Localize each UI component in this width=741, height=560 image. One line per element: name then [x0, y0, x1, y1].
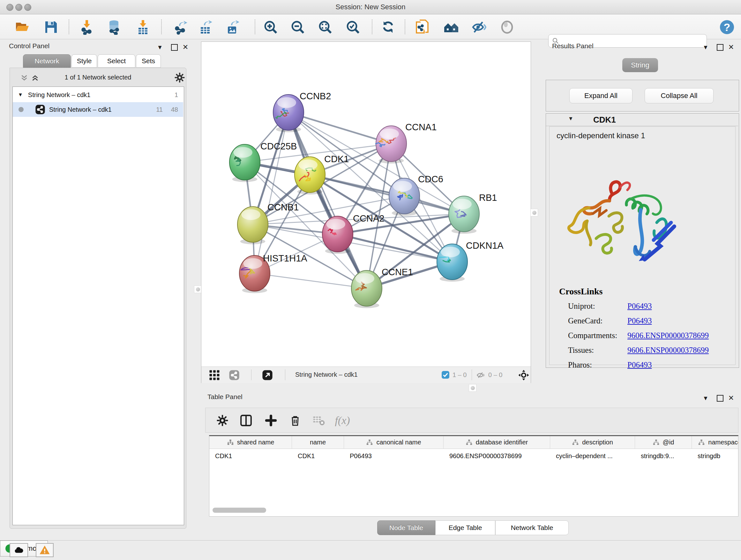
- node-table[interactable]: shared name name canonical name database…: [209, 435, 738, 516]
- control-panel-menu-icon[interactable]: ▾: [155, 44, 165, 51]
- selected-count: 1 – 0: [453, 371, 467, 379]
- column-header-canonical-name[interactable]: canonical name: [344, 436, 444, 449]
- tab-network-table[interactable]: Network Table: [495, 520, 569, 535]
- tab-select[interactable]: Select: [98, 54, 135, 68]
- collection-expand-icon[interactable]: ▼: [18, 92, 23, 98]
- network-node-CCNA1[interactable]: [375, 126, 407, 164]
- network-options-gear-icon[interactable]: [175, 72, 185, 83]
- import-network-from-database-button[interactable]: [106, 19, 122, 36]
- network-node-CDC25B[interactable]: [229, 144, 260, 182]
- footer-separator: [251, 369, 252, 380]
- tab-string-results[interactable]: String: [622, 58, 658, 72]
- gene-header-row[interactable]: ▼ CDK1: [546, 114, 738, 126]
- column-header-shared-name[interactable]: shared name: [209, 436, 292, 449]
- table-panel-close-icon[interactable]: ✕: [726, 394, 736, 402]
- table-cell[interactable]: 9606.ENSP00000378699: [444, 449, 550, 463]
- results-panel-close-icon[interactable]: ✕: [726, 44, 736, 51]
- hidden-eye-icon[interactable]: [476, 371, 485, 380]
- gene-description: cyclin-dependent kinase 1: [556, 131, 645, 140]
- selected-checkbox-icon[interactable]: [441, 371, 450, 379]
- table-panel-menu-icon[interactable]: ▾: [701, 394, 711, 402]
- table-cell[interactable]: stringdb: [692, 449, 738, 463]
- warnings-button[interactable]: [36, 543, 54, 557]
- results-panel-menu-icon[interactable]: ▾: [701, 44, 711, 51]
- network-node-CDK1[interactable]: [294, 157, 325, 194]
- import-network-from-file-button[interactable]: [78, 19, 95, 36]
- string-view-icon[interactable]: [229, 370, 240, 381]
- refresh-button[interactable]: [380, 19, 396, 36]
- bottom-divider-handle[interactable]: [469, 384, 476, 392]
- title-bar: Session: New Session: [0, 0, 741, 14]
- tab-node-table[interactable]: Node Table: [377, 520, 435, 535]
- help-icon: ?: [719, 19, 735, 35]
- tab-edge-table[interactable]: Edge Table: [435, 520, 495, 535]
- network-node-RB1[interactable]: [449, 196, 479, 234]
- network-node-CCNB2[interactable]: [273, 95, 304, 132]
- show-columns-icon[interactable]: [238, 413, 254, 428]
- network-row-selected[interactable]: String Network – cdk1 11 48: [13, 102, 183, 117]
- save-session-button[interactable]: [43, 19, 59, 36]
- export-network-button[interactable]: [172, 19, 189, 36]
- crosslink-link[interactable]: P06493: [627, 316, 652, 325]
- toolbar-separator: [255, 19, 255, 34]
- network-node-CCNE1[interactable]: [351, 270, 382, 308]
- table-cell[interactable]: CDK1: [209, 449, 292, 463]
- new-network-from-selection-button[interactable]: [414, 19, 430, 36]
- zoom-fit-button[interactable]: [317, 19, 333, 36]
- table-cell[interactable]: P06493: [344, 449, 444, 463]
- table-options-gear-icon[interactable]: [214, 413, 230, 428]
- crosslink-link[interactable]: P06493: [627, 361, 652, 369]
- results-panel-float-icon[interactable]: [717, 44, 724, 52]
- network-collection-row[interactable]: ▼ String Network – cdk1 1: [13, 87, 183, 102]
- control-panel-close-icon[interactable]: ✕: [181, 44, 190, 51]
- cloud-icon: [13, 545, 24, 556]
- crosslink-link[interactable]: P06493: [627, 302, 652, 311]
- show-graphics-details-button[interactable]: [499, 19, 515, 36]
- first-neighbors-button[interactable]: [443, 19, 460, 36]
- column-header-description[interactable]: description: [550, 436, 635, 449]
- open-session-button[interactable]: [14, 19, 30, 36]
- delete-column-icon[interactable]: [287, 413, 303, 428]
- tab-network[interactable]: Network: [23, 54, 71, 68]
- crosslink-link[interactable]: 9606.ENSP00000378699: [627, 346, 709, 355]
- column-header-name[interactable]: name: [292, 436, 344, 449]
- zoom-out-button[interactable]: [289, 19, 306, 36]
- network-node-CDKN1A[interactable]: [437, 244, 468, 282]
- column-header-database-identifier[interactable]: database identifier: [444, 436, 550, 449]
- expand-all-button[interactable]: Expand All: [569, 88, 632, 104]
- column-header-id[interactable]: @id: [635, 436, 692, 449]
- tab-sets[interactable]: Sets: [136, 54, 161, 68]
- right-divider-handle[interactable]: [530, 209, 538, 216]
- node-label-RB1: RB1: [479, 192, 497, 203]
- export-table-button[interactable]: [198, 19, 214, 36]
- svg-text:?: ?: [724, 21, 731, 33]
- cloud-button[interactable]: [10, 543, 28, 557]
- zoom-selected-button[interactable]: [345, 19, 361, 36]
- network-canvas[interactable]: CCNB2CCNA1CDC25BCDK1CDC6RB1CCNB1CCNA2CDK…: [201, 42, 531, 367]
- create-column-icon[interactable]: [263, 413, 279, 428]
- left-divider-handle[interactable]: [194, 286, 202, 293]
- table-cell[interactable]: CDK1: [292, 449, 344, 463]
- grid-view-icon[interactable]: [209, 370, 220, 381]
- zoom-in-button[interactable]: [262, 19, 279, 36]
- table-horizontal-scrollbar[interactable]: [212, 508, 266, 513]
- hide-selected-button[interactable]: [471, 19, 488, 36]
- column-header-namespace[interactable]: namespace: [692, 436, 738, 449]
- help-button[interactable]: ?: [719, 19, 735, 36]
- gene-collapse-icon[interactable]: ▼: [568, 116, 574, 122]
- birdseye-navigator-icon[interactable]: [518, 369, 529, 381]
- table-panel-float-icon[interactable]: [717, 394, 724, 403]
- collapse-all-button[interactable]: Collapse All: [645, 88, 714, 104]
- network-node-CCNB1[interactable]: [238, 206, 268, 244]
- export-image-button[interactable]: [225, 19, 241, 36]
- column-type-icon: [227, 439, 234, 446]
- table-cell[interactable]: cyclin–dependent ...: [550, 449, 635, 463]
- control-panel-float-icon[interactable]: [171, 44, 178, 52]
- zoom-selected-icon: [345, 19, 360, 35]
- node-label-CCNB1: CCNB1: [267, 202, 299, 212]
- tab-style[interactable]: Style: [71, 54, 97, 68]
- table-cell[interactable]: stringdb:9...: [635, 449, 692, 463]
- crosslink-link[interactable]: 9606.ENSP00000378699: [627, 331, 709, 340]
- open-in-window-icon[interactable]: [262, 370, 273, 381]
- import-table-from-file-button[interactable]: [135, 19, 151, 36]
